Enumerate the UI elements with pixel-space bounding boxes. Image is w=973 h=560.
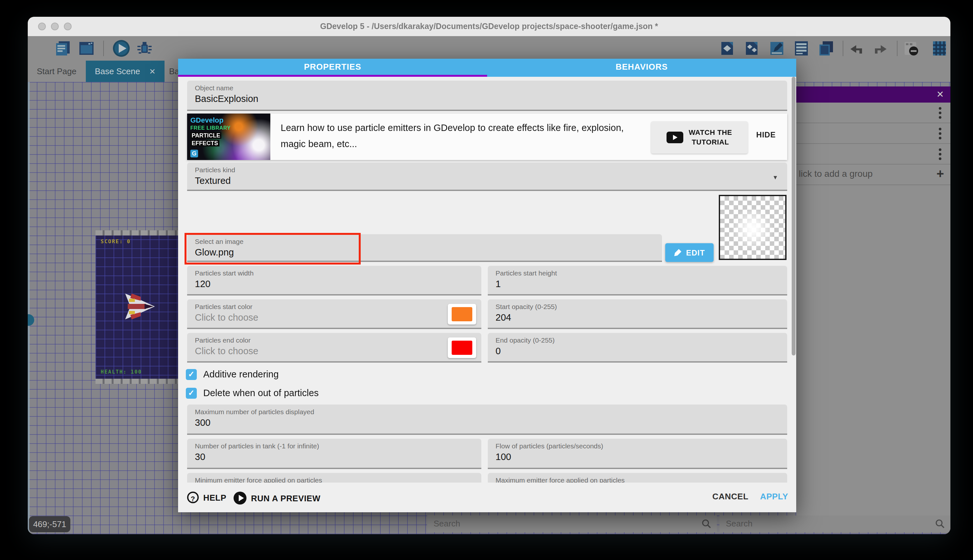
project-manager-icon[interactable]: [55, 40, 72, 57]
edit-pencil-icon[interactable]: [768, 40, 785, 57]
object-row[interactable]: [796, 103, 950, 123]
drawer-handle-icon[interactable]: [28, 314, 34, 326]
window-title: GDevelop 5 - /Users/dkarakay/Documents/G…: [28, 17, 950, 36]
end-opacity-field[interactable]: End opacity (0-255) 0: [488, 333, 787, 363]
objects-search-field[interactable]: Search: [427, 515, 717, 532]
annotation-highlight-box: [185, 233, 361, 265]
close-tab-icon[interactable]: ✕: [149, 67, 155, 76]
kebab-menu-icon[interactable]: [939, 128, 941, 139]
tab-base-scene[interactable]: Base Scene✕: [86, 61, 165, 82]
add-object-icon[interactable]: [720, 40, 736, 57]
toolbar-separator: [897, 41, 898, 56]
search-icon: [701, 519, 712, 529]
help-icon: ?: [187, 492, 199, 503]
brush-icon: [674, 248, 682, 257]
dialog-content: Object name BasicExplosion GDevelop FREE…: [178, 77, 796, 483]
object-row[interactable]: [796, 144, 950, 165]
object-name-field[interactable]: Object name BasicExplosion: [187, 81, 787, 111]
cancel-button[interactable]: CANCEL: [712, 492, 748, 501]
max-force-field[interactable]: Maximum emitter force applied on particl…: [488, 473, 787, 483]
add-group-label: lick to add a group: [799, 168, 873, 179]
health-text: HEALTH: 100: [101, 369, 142, 375]
spaceship-sprite[interactable]: [121, 292, 157, 321]
texture-preview: [719, 195, 786, 260]
start-opacity-field[interactable]: Start opacity (0-255) 204: [488, 299, 787, 329]
debug-icon[interactable]: [136, 40, 153, 57]
plus-icon[interactable]: +: [936, 167, 944, 181]
instances-list-icon[interactable]: [744, 40, 761, 57]
play-icon: [233, 492, 247, 505]
objects-panel-header: ✕: [796, 87, 950, 103]
dialog-scrollbar[interactable]: [792, 77, 796, 355]
cursor-coordinates-badge: 469;-571: [29, 516, 70, 532]
titlebar: GDevelop 5 - /Users/dkarakay/Documents/G…: [28, 17, 950, 37]
additive-rendering-checkbox[interactable]: ✓ Additive rendering: [186, 368, 279, 380]
run-preview-button[interactable]: RUN A PREVIEW: [233, 492, 320, 505]
dialog-footer: ? HELP RUN A PREVIEW CANCEL APPLY: [178, 483, 796, 512]
play-preview-icon[interactable]: [112, 39, 131, 58]
kebab-menu-icon[interactable]: [939, 107, 941, 119]
delete-when-out-checkbox[interactable]: ✓ Delete when out of particles: [186, 387, 319, 399]
search-placeholder: Search: [433, 519, 460, 528]
gdevelop-logo: G: [190, 150, 198, 157]
hide-banner-button[interactable]: HIDE: [756, 130, 776, 139]
tile-row: [95, 379, 180, 384]
max-particles-field[interactable]: Maximum number of particles displayed 30…: [187, 405, 787, 435]
undo-icon[interactable]: [848, 40, 865, 57]
score-text: SCORE: 0: [101, 239, 131, 245]
panel-close-icon[interactable]: ✕: [936, 89, 944, 99]
search-icon: [935, 519, 945, 529]
groups-search-field[interactable]: Search: [720, 515, 950, 532]
start-color-swatch[interactable]: [448, 304, 476, 325]
start-width-field[interactable]: Particles start width 120: [187, 266, 482, 295]
redo-icon[interactable]: [872, 40, 888, 57]
objects-panel: ✕ lick to add a group +: [796, 87, 950, 515]
apply-button[interactable]: APPLY: [760, 492, 788, 501]
tab-start-page[interactable]: Start Page: [28, 61, 85, 82]
checkbox-checked-icon[interactable]: ✓: [186, 369, 197, 380]
tutorial-text: Learn how to use particle emitters in GD…: [281, 120, 629, 152]
app-window: GDevelop 5 - /Users/dkarakay/Documents/G…: [28, 17, 950, 534]
youtube-play-icon: [667, 132, 684, 143]
start-height-field[interactable]: Particles start height 1: [488, 266, 787, 295]
end-color-field[interactable]: Particles end color Click to choose: [187, 333, 482, 363]
min-force-field[interactable]: Minimum emitter force applied on particl…: [187, 473, 482, 483]
tutorial-thumbnail[interactable]: GDevelop FREE LIBRARY PARTICLE EFFECTS G: [187, 113, 270, 160]
object-properties-dialog: PROPERTIES BEHAVIORS Object name BasicEx…: [178, 59, 796, 512]
main-toolbar: 1:1: [28, 36, 950, 61]
watch-tutorial-button[interactable]: WATCH THETUTORIAL: [651, 121, 748, 153]
objects-list-icon[interactable]: [793, 40, 810, 57]
kebab-menu-icon[interactable]: [939, 148, 941, 160]
remove-mask-icon[interactable]: [903, 40, 920, 57]
flow-field[interactable]: Flow of particles (particles/seconds) 10…: [488, 439, 787, 469]
dialog-tabs: PROPERTIES BEHAVIORS: [178, 59, 796, 77]
object-name-label: Object name: [195, 84, 780, 92]
object-name-value: BasicExplosion: [195, 93, 780, 104]
tank-field[interactable]: Number of particles in tank (-1 for infi…: [187, 439, 482, 469]
help-button[interactable]: ? HELP: [187, 492, 227, 503]
add-group-row[interactable]: lick to add a group +: [796, 165, 950, 185]
layers-icon[interactable]: [818, 40, 834, 57]
object-row[interactable]: [796, 123, 950, 144]
particles-kind-select[interactable]: Particles kind Textured ▼: [187, 163, 787, 191]
game-preview-area[interactable]: SCORE: 0 HEALTH: 100: [95, 230, 180, 384]
dropdown-caret-icon: ▼: [772, 174, 778, 181]
start-color-field[interactable]: Particles start color Click to choose: [187, 299, 482, 329]
toolbar-separator: [103, 41, 104, 56]
canvas-edge-strip: [28, 82, 30, 534]
end-color-swatch[interactable]: [448, 337, 476, 358]
grid-icon[interactable]: [931, 40, 948, 57]
scene-window-icon[interactable]: [78, 40, 95, 57]
tile-row: [95, 230, 180, 235]
toolbar-separator: [843, 41, 843, 56]
tab-properties[interactable]: PROPERTIES: [178, 59, 487, 77]
tutorial-banner: GDevelop FREE LIBRARY PARTICLE EFFECTS G…: [187, 113, 787, 160]
search-placeholder: Search: [726, 519, 752, 528]
tab-behaviors[interactable]: BEHAVIORS: [487, 59, 796, 77]
checkbox-checked-icon[interactable]: ✓: [186, 387, 197, 398]
edit-image-button[interactable]: EDIT: [665, 243, 714, 262]
